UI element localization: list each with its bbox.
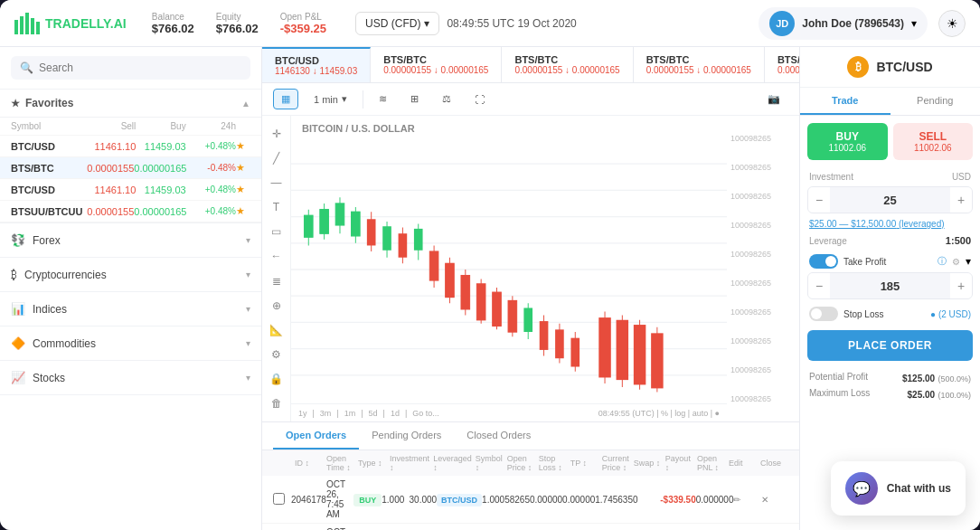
tool-arrow[interactable]: ← (266, 246, 287, 267)
col-24h: 24h (186, 121, 236, 131)
favorites-header[interactable]: ★ Favorites ▲ (0, 90, 261, 118)
take-profit-info[interactable]: ⓘ (938, 255, 947, 268)
orders-tab-open[interactable]: Open Orders (273, 422, 359, 450)
tab-btsbtc-1[interactable]: BTS/BTC 0.00000155 ↓ 0.00000165 (371, 47, 502, 82)
toolbar-timeframe[interactable]: 1 min ▾ (306, 89, 355, 109)
toolbar-indicators[interactable]: ≋ (371, 89, 395, 109)
buy-button[interactable]: BUY 11002.06 (807, 123, 888, 160)
theme-icon: ☀ (947, 16, 958, 31)
toolbar-compare[interactable]: ⊞ (402, 89, 427, 109)
take-profit-toggle[interactable] (809, 254, 838, 269)
candlestick-chart[interactable] (291, 137, 727, 402)
take-profit-toggle-row: Take Profit ⓘ ⚙ ▾ (800, 251, 980, 272)
orders-tab-closed[interactable]: Closed Orders (454, 422, 543, 450)
fav-star-btsbtc[interactable]: ★ (236, 162, 250, 174)
pair-header: ₿ BTC/USD (800, 47, 980, 88)
symbol-row-btsbtc[interactable]: BTS/BTC 0.0000155 0.00000165 -0.48% ★ (0, 157, 261, 179)
col-buy: Buy (136, 121, 185, 131)
tab-btsbtc-2[interactable]: BTS/BTC 0.00000155 ↓ 0.00000165 (502, 47, 633, 82)
tab-btsbtc-4[interactable]: BTS/BTC 0.00000155 ↓ 0.00000165 (765, 47, 799, 82)
sell-button[interactable]: SELL 11002.06 (893, 123, 974, 160)
fav-star-btsuu[interactable]: ★ (236, 205, 250, 217)
tool-trash[interactable]: 🗑 (266, 393, 287, 414)
svg-rect-57 (651, 333, 663, 388)
chart-area: BTC/USD 1146130 ↓ 11459.03 BTS/BTC 0.000… (262, 47, 799, 530)
fav-star-btcusd[interactable]: ★ (236, 140, 250, 152)
indices-section: 📊 Indices ▾ (0, 292, 261, 327)
avatar: JD (769, 11, 795, 36)
order-edit-1[interactable]: ✏ (733, 495, 740, 505)
chat-widget[interactable]: 💬 Chat with us (831, 461, 966, 516)
svg-rect-0 (14, 20, 18, 34)
order-close-1[interactable]: ✕ (761, 495, 768, 505)
theme-toggle[interactable]: ☀ (938, 10, 966, 37)
tab-trade[interactable]: Trade (800, 88, 890, 115)
tool-measure[interactable]: 📐 (266, 319, 287, 340)
stocks-label: Stocks (33, 372, 65, 384)
tool-fib[interactable]: ≣ (266, 270, 287, 291)
tab-btcusd[interactable]: BTC/USD 1146130 ↓ 11459.03 (262, 47, 371, 82)
tool-horizontal[interactable]: — (266, 172, 287, 193)
investment-increase[interactable]: + (950, 187, 972, 213)
toolbar-fullscreen[interactable]: ⛶ (466, 90, 493, 109)
tp-increase[interactable]: + (950, 273, 972, 298)
favorites-header-left: ★ Favorites (11, 97, 73, 109)
svg-rect-2 (25, 13, 29, 34)
nav-item-stocks[interactable]: 📈 Stocks ▾ (0, 361, 261, 394)
nav-item-forex[interactable]: 💱 Forex ▾ (0, 223, 261, 257)
col-symbol: Symbol (11, 121, 86, 131)
tool-settings[interactable]: ⚙ (266, 345, 287, 365)
pnl-stat: Open P&L -$359.25 (280, 12, 326, 35)
fav-star-btcusd2[interactable]: ★ (236, 184, 250, 195)
col-sell: Sell (86, 121, 136, 131)
search-input-wrap[interactable]: 🔍 (11, 56, 250, 80)
symbol-row-btcusd2[interactable]: BTC/USD 11461.10 11459.03 +0.48% ★ (0, 179, 261, 201)
max-loss-label: Maximum Loss (809, 388, 870, 401)
tool-line[interactable]: ╱ (266, 147, 287, 168)
symbol-row-btcusd[interactable]: BTC/USD 11461.10 11459.03 +0.48% ★ (0, 136, 261, 157)
toolbar-screenshot[interactable]: 📷 (759, 89, 788, 109)
pair-name: BTC/USD (876, 60, 932, 74)
place-order-button[interactable]: PLACE ORDER (807, 330, 973, 361)
user-chevron: ▾ (911, 17, 917, 30)
header-stats: Balance $766.02 Equity $766.02 Open P&L … (152, 12, 326, 35)
sell-label: SELL (919, 130, 947, 143)
tool-text[interactable]: T (266, 197, 287, 218)
currency-label: USD (CFD) (365, 17, 420, 30)
indicators-icon: ≋ (379, 93, 387, 105)
user-info[interactable]: JD John Doe (7896543) ▾ (759, 7, 928, 40)
nav-item-indices[interactable]: 📊 Indices ▾ (0, 292, 261, 326)
crypto-section: ₿ Cryptocurrencies ▾ (0, 258, 261, 292)
orders-table-header: ID ↕ Open Time ↕ Type ↕ Investment ↕ Lev… (262, 450, 799, 476)
take-profit-menu[interactable]: ⚙ (952, 257, 960, 267)
stocks-section: 📈 Stocks ▾ (0, 361, 261, 395)
toolbar-tools[interactable]: ⚖ (434, 89, 459, 109)
max-loss-row: Maximum Loss $25.00 (100.0%) (809, 386, 971, 402)
balance-stat: Balance $766.02 (152, 12, 194, 35)
tool-lock[interactable]: 🔒 (266, 369, 287, 390)
svg-rect-47 (555, 329, 564, 358)
tab-btsbtc-3[interactable]: BTS/BTC 0.00000155 ↓ 0.00000165 (634, 47, 765, 82)
tool-shape[interactable]: ▭ (266, 222, 287, 242)
nav-item-crypto[interactable]: ₿ Cryptocurrencies ▾ (0, 258, 261, 291)
orders-tab-pending[interactable]: Pending Orders (359, 422, 454, 450)
nav-item-commodities[interactable]: 🔶 Commodities ▾ (0, 327, 261, 360)
tp-decrease[interactable]: − (808, 273, 830, 298)
screenshot-icon: 📷 (768, 93, 780, 105)
order-checkbox-1[interactable] (273, 493, 285, 505)
tool-crosshair[interactable]: ✛ (266, 123, 287, 144)
toolbar-chart-type[interactable]: ▦ (273, 89, 298, 109)
stop-loss-info: ● (2 USD) (930, 309, 971, 319)
stop-loss-toggle[interactable] (809, 307, 838, 321)
order-type-buy: BUY (353, 494, 382, 506)
tab-pending[interactable]: Pending (890, 88, 981, 115)
search-input[interactable] (39, 62, 241, 74)
investment-decrease[interactable]: − (808, 187, 830, 213)
tool-zoom[interactable]: ⊕ (266, 295, 287, 316)
leverage-link[interactable]: $25.00 — $12,500.00 (leveraged) (800, 217, 980, 231)
chart-title: BITCOIN / U.S. DOLLAR (302, 123, 415, 134)
currency-select[interactable]: USD (CFD) ▾ (355, 12, 439, 35)
svg-rect-37 (476, 284, 485, 320)
symbol-row-btsuu[interactable]: BTSUU/BTCUU 0.0000155 0.00000165 +0.48% … (0, 201, 261, 222)
forex-section: 💱 Forex ▾ (0, 223, 261, 258)
